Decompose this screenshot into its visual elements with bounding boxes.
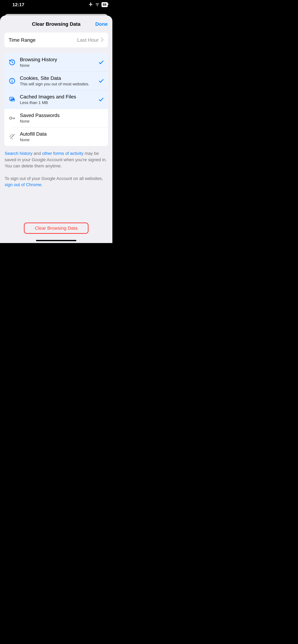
svg-point-2: [12, 79, 13, 80]
svg-point-5: [12, 99, 12, 100]
chevron-right-icon: [101, 37, 104, 42]
data-types-card: Browsing History None Cookies, Site Data…: [4, 53, 108, 146]
key-icon: [8, 115, 16, 122]
item-autofill[interactable]: Autofill Data None: [4, 128, 108, 146]
home-indicator: [36, 240, 76, 241]
item-sub: None: [20, 138, 98, 142]
sheet-header: Clear Browsing Data Done: [0, 16, 112, 32]
other-activity-link[interactable]: other forms of activity: [42, 151, 83, 156]
footer-text-2: To sign out of your Google Account on al…: [5, 176, 108, 188]
history-icon: [8, 59, 16, 66]
done-button[interactable]: Done: [95, 21, 108, 27]
images-icon: [8, 96, 16, 103]
checkmark-icon: [98, 97, 104, 102]
checkmark-icon: [98, 60, 104, 65]
wand-icon: [8, 133, 16, 140]
item-title: Cached Images and Files: [20, 94, 98, 100]
status-time: 12:17: [13, 2, 24, 7]
item-title: Browsing History: [20, 57, 98, 62]
item-sub: None: [20, 63, 98, 68]
search-history-link[interactable]: Search history: [5, 151, 33, 156]
wifi-icon: [95, 2, 100, 8]
sign-out-link[interactable]: sign out of Chrome: [5, 182, 41, 187]
item-saved-passwords[interactable]: Saved Passwords None: [4, 109, 108, 128]
item-browsing-history[interactable]: Browsing History None: [4, 53, 108, 72]
item-title: Cookies, Site Data: [20, 75, 98, 81]
sheet-title: Clear Browsing Data: [32, 21, 81, 27]
checkmark-icon: [98, 78, 104, 84]
status-bar: 12:17 88: [0, 0, 112, 9]
airplane-icon: [88, 2, 93, 8]
svg-line-13: [11, 135, 11, 136]
time-range-card[interactable]: Time Range Last Hour: [4, 32, 108, 48]
info-icon: [8, 78, 16, 84]
battery-indicator: 88: [101, 2, 108, 7]
item-sub: None: [20, 119, 98, 124]
clear-browsing-data-button[interactable]: Clear Browsing Data: [24, 222, 88, 234]
item-sub: This will sign you out of most websites.: [20, 82, 98, 86]
item-title: Saved Passwords: [20, 112, 98, 118]
time-range-label: Time Range: [9, 37, 77, 43]
item-title: Autofill Data: [20, 131, 98, 137]
item-cached-images[interactable]: Cached Images and Files Less than 1 MB: [4, 90, 108, 109]
time-range-value: Last Hour: [77, 37, 99, 43]
footer-text-1: Search history and other forms of activi…: [5, 150, 108, 169]
svg-line-15: [11, 138, 11, 138]
clear-browsing-data-sheet: Clear Browsing Data Done Time Range Last…: [0, 16, 112, 243]
item-cookies[interactable]: Cookies, Site Data This will sign you ou…: [4, 72, 108, 90]
item-sub: Less than 1 MB: [20, 100, 98, 105]
